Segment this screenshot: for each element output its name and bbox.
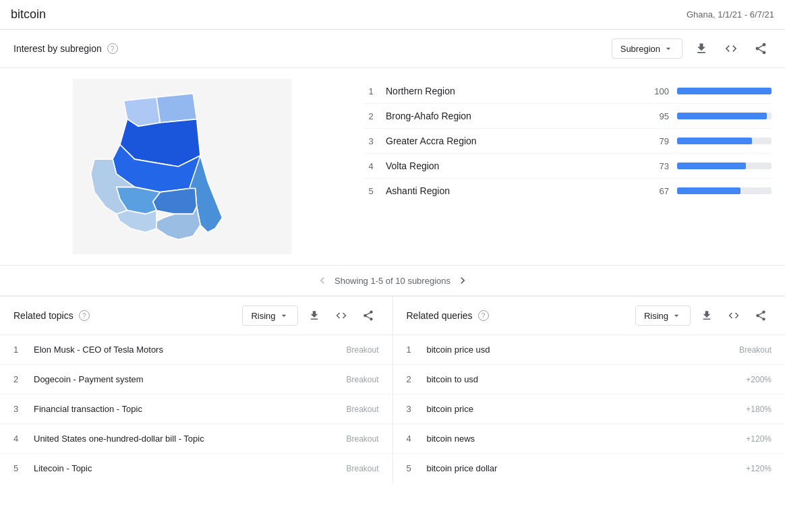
rank-number: 5 — [364, 186, 378, 196]
query-label: bitcoin to usd — [427, 374, 738, 384]
pagination-bar: Showing 1-5 of 10 subregions — [0, 266, 785, 296]
query-rank: 2 — [407, 374, 419, 384]
query-label: bitcoin price dollar — [427, 463, 738, 473]
queries-title-area: Related queries ? — [407, 310, 489, 321]
rank-bar-fill — [677, 113, 767, 119]
rank-value: 95 — [645, 111, 669, 121]
rank-bar-fill — [677, 162, 746, 169]
query-row[interactable]: 3 bitcoin price +180% — [393, 394, 786, 424]
embed-icon[interactable] — [720, 38, 742, 59]
queries-share-icon[interactable] — [750, 305, 772, 326]
rank-bar-container — [677, 187, 772, 194]
ranking-row: 2 Brong-Ahafo Region 95 — [364, 104, 772, 129]
rank-name: Greater Accra Region — [386, 136, 637, 146]
topics-download-icon[interactable] — [303, 305, 325, 326]
query-row[interactable]: 2 bitcoin to usd +200% — [393, 365, 786, 394]
rank-bar-container — [677, 113, 772, 119]
query-label: bitcoin price usd — [427, 345, 731, 355]
query-label: bitcoin news — [427, 434, 738, 444]
map-section: 1 Northern Region 100 2 Brong-Ahafo Regi… — [0, 68, 785, 266]
query-label: bitcoin price — [427, 404, 738, 414]
topics-share-icon[interactable] — [357, 305, 379, 326]
rank-name: Brong-Ahafo Region — [386, 111, 637, 121]
topics-panel: Related topics ? Rising 1 E — [0, 297, 393, 483]
query-rank: 1 — [407, 345, 419, 355]
topic-value: Breakout — [346, 375, 378, 384]
query-row[interactable]: 4 bitcoin news +120% — [393, 424, 786, 454]
rank-number: 1 — [364, 86, 378, 96]
topic-rank: 3 — [13, 404, 26, 414]
topic-rank: 2 — [13, 374, 26, 384]
prev-page-icon[interactable] — [316, 274, 329, 287]
date-range: Ghana, 1/1/21 - 6/7/21 — [687, 9, 774, 20]
query-rank: 5 — [407, 463, 419, 473]
topic-row[interactable]: 1 Elon Musk - CEO of Tesla Motors Breako… — [0, 335, 392, 365]
query-value: +180% — [746, 405, 772, 414]
query-row[interactable]: 1 bitcoin price usd Breakout — [393, 335, 786, 365]
topic-row[interactable]: 2 Dogecoin - Payment system Breakout — [0, 365, 392, 394]
rank-bar-fill — [677, 187, 740, 194]
subregion-title: Interest by subregion — [13, 43, 102, 54]
pagination-text: Showing 1-5 of 10 subregions — [335, 276, 450, 286]
ranking-row: 5 Ashanti Region 67 — [364, 179, 772, 203]
queries-embed-icon[interactable] — [723, 305, 745, 326]
subregion-dropdown[interactable]: Subregion — [612, 38, 682, 59]
topics-embed-icon[interactable] — [330, 305, 352, 326]
queries-dropdown[interactable]: Rising — [635, 305, 691, 326]
topic-value: Breakout — [346, 464, 378, 473]
query-value: Breakout — [739, 345, 772, 355]
subregion-controls: Subregion — [612, 38, 772, 59]
ghana-map-svg — [47, 79, 317, 254]
queries-download-icon[interactable] — [696, 305, 718, 326]
rank-bar-fill — [677, 138, 752, 144]
rank-name: Ashanti Region — [386, 185, 637, 196]
topic-row[interactable]: 3 Financial transaction - Topic Breakout — [0, 394, 392, 424]
topic-label: Elon Musk - CEO of Tesla Motors — [34, 345, 338, 355]
subregion-help-icon[interactable]: ? — [107, 43, 118, 54]
query-rank: 3 — [407, 404, 419, 414]
map-container — [13, 79, 351, 254]
share-icon[interactable] — [750, 38, 772, 59]
topic-label: Financial transaction - Topic — [34, 404, 338, 414]
ranking-row: 3 Greater Accra Region 79 — [364, 129, 772, 154]
topic-row[interactable]: 4 United States one-hundred-dollar bill … — [0, 424, 392, 454]
bottom-panels: Related topics ? Rising 1 E — [0, 296, 785, 483]
topics-dropdown[interactable]: Rising — [242, 305, 297, 326]
topics-title-area: Related topics ? — [13, 310, 90, 321]
query-row[interactable]: 5 bitcoin price dollar +120% — [393, 454, 786, 483]
ranking-row: 4 Volta Region 73 — [364, 154, 772, 179]
topic-value: Breakout — [346, 405, 378, 414]
queries-help-icon[interactable]: ? — [478, 310, 489, 321]
query-rank: 4 — [407, 434, 419, 444]
queries-title: Related queries — [407, 310, 473, 321]
topics-controls: Rising — [242, 305, 378, 326]
topic-rank: 1 — [13, 345, 26, 355]
queries-panel-header: Related queries ? Rising — [393, 297, 786, 335]
next-page-icon[interactable] — [456, 274, 469, 287]
topic-rank: 4 — [13, 434, 26, 444]
rankings-container: 1 Northern Region 100 2 Brong-Ahafo Regi… — [364, 79, 772, 254]
rank-bar-fill — [677, 88, 772, 94]
rank-bar-container — [677, 162, 772, 169]
topic-rank: 5 — [13, 463, 26, 473]
topics-help-icon[interactable]: ? — [79, 310, 90, 321]
topics-panel-header: Related topics ? Rising — [0, 297, 392, 335]
query-value: +200% — [746, 375, 772, 384]
queries-panel: Related queries ? Rising 1 — [393, 297, 786, 483]
subregion-section-header: Interest by subregion ? Subregion — [0, 30, 785, 68]
query-value: +120% — [746, 434, 772, 444]
topic-row[interactable]: 5 Litecoin - Topic Breakout — [0, 454, 392, 483]
rank-number: 3 — [364, 136, 378, 146]
rank-name: Volta Region — [386, 160, 637, 171]
topics-rows: 1 Elon Musk - CEO of Tesla Motors Breako… — [0, 335, 392, 483]
rank-number: 2 — [364, 111, 378, 121]
rank-name: Northern Region — [386, 86, 637, 96]
rank-value: 67 — [645, 186, 669, 196]
subregion-title-area: Interest by subregion ? — [13, 43, 118, 54]
query-value: +120% — [746, 464, 772, 473]
download-icon[interactable] — [691, 38, 712, 59]
rank-value: 73 — [645, 161, 669, 171]
queries-controls: Rising — [635, 305, 772, 326]
rank-number: 4 — [364, 161, 378, 171]
rank-bar-container — [677, 88, 772, 94]
